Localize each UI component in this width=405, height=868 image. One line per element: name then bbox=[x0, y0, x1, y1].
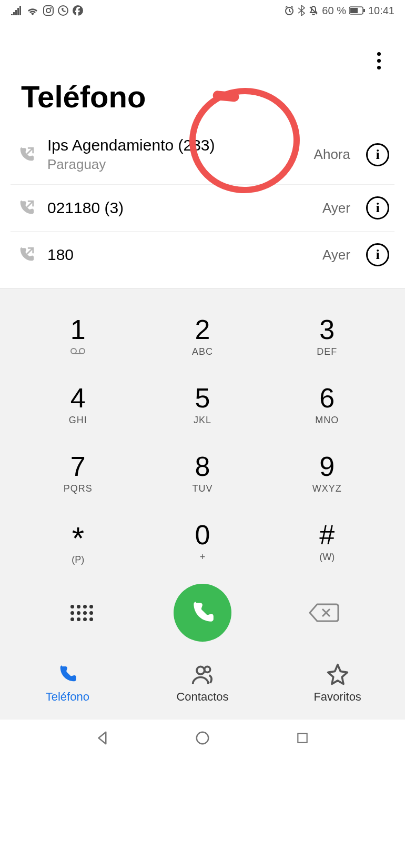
key-star[interactable]: * (P) bbox=[21, 510, 135, 573]
signal-icon bbox=[11, 6, 22, 15]
key-9[interactable]: 9 WXYZ bbox=[270, 442, 384, 505]
facebook-icon bbox=[73, 5, 83, 16]
key-2[interactable]: 2 ABC bbox=[146, 305, 260, 368]
dialpad: 1 2 ABC 3 DEF 4 GHI 5 JKL 6 MNO 7 PQRS bbox=[21, 305, 384, 573]
outgoing-call-icon bbox=[16, 246, 37, 264]
svg-rect-8 bbox=[363, 9, 365, 12]
svg-point-12 bbox=[197, 666, 205, 674]
more-options-button[interactable] bbox=[368, 47, 389, 74]
key-6[interactable]: 6 MNO bbox=[270, 373, 384, 436]
whatsapp-icon bbox=[58, 5, 68, 16]
dial-button[interactable] bbox=[174, 584, 231, 642]
tab-contacts[interactable]: Contactos bbox=[136, 663, 269, 704]
voicemail-icon bbox=[70, 347, 86, 357]
nav-recent-button[interactable] bbox=[292, 727, 313, 749]
backspace-button[interactable] bbox=[308, 602, 339, 623]
nav-home-button[interactable] bbox=[192, 727, 213, 749]
key-1[interactable]: 1 bbox=[21, 305, 135, 368]
call-log-item[interactable]: Ips Agendamiento (233) Paraguay Ahora i bbox=[11, 125, 394, 185]
call-info-button[interactable]: i bbox=[366, 143, 389, 166]
svg-point-13 bbox=[205, 666, 210, 672]
phone-icon bbox=[57, 663, 78, 686]
contacts-icon bbox=[191, 663, 214, 686]
tab-label: Favoritos bbox=[313, 690, 361, 704]
svg-rect-15 bbox=[298, 733, 307, 742]
svg-point-14 bbox=[197, 732, 209, 744]
call-name: 021180 (3) bbox=[47, 199, 312, 217]
mute-icon bbox=[308, 5, 319, 16]
tab-label: Teléfono bbox=[46, 690, 89, 704]
battery-percent: 60 % bbox=[322, 5, 346, 17]
svg-point-10 bbox=[79, 348, 85, 354]
key-8[interactable]: 8 TUV bbox=[146, 442, 260, 505]
alarm-icon bbox=[284, 5, 295, 16]
tab-phone[interactable]: Teléfono bbox=[1, 663, 134, 704]
status-bar: 60 % 10:41 bbox=[0, 0, 405, 21]
call-log-item[interactable]: 021180 (3) Ayer i bbox=[11, 185, 394, 232]
key-3[interactable]: 3 DEF bbox=[270, 305, 384, 368]
tab-label: Contactos bbox=[176, 690, 228, 704]
key-4[interactable]: 4 GHI bbox=[21, 373, 135, 436]
call-location: Paraguay bbox=[47, 156, 303, 173]
bottom-tabs: Teléfono Contactos Favoritos bbox=[0, 652, 405, 720]
call-name: Ips Agendamiento (233) bbox=[47, 136, 303, 154]
call-name: 180 bbox=[47, 246, 312, 264]
system-nav-bar bbox=[0, 720, 405, 756]
tab-favorites[interactable]: Favoritos bbox=[271, 663, 404, 704]
svg-point-9 bbox=[71, 348, 76, 354]
key-hash[interactable]: # (W) bbox=[270, 510, 384, 573]
svg-rect-0 bbox=[44, 6, 53, 15]
dialpad-section: 1 2 ABC 3 DEF 4 GHI 5 JKL 6 MNO 7 PQRS bbox=[0, 288, 405, 652]
call-time: Ayer bbox=[322, 247, 350, 263]
call-log: Ips Agendamiento (233) Paraguay Ahora i … bbox=[0, 125, 405, 278]
clock-time: 10:41 bbox=[368, 5, 394, 17]
dialpad-action-row bbox=[21, 578, 384, 647]
outgoing-call-icon bbox=[16, 146, 37, 164]
call-log-item[interactable]: 180 Ayer i bbox=[11, 232, 394, 278]
key-7[interactable]: 7 PQRS bbox=[21, 442, 135, 505]
key-0[interactable]: 0 + bbox=[146, 510, 260, 573]
outgoing-call-icon bbox=[16, 199, 37, 217]
nav-back-button[interactable] bbox=[92, 727, 113, 749]
star-icon bbox=[326, 663, 349, 686]
app-header: Teléfono bbox=[0, 21, 405, 125]
battery-icon bbox=[349, 6, 365, 15]
svg-point-1 bbox=[46, 8, 50, 13]
svg-rect-7 bbox=[350, 8, 358, 13]
instagram-icon bbox=[43, 5, 54, 16]
key-5[interactable]: 5 JKL bbox=[146, 373, 260, 436]
call-info-button[interactable]: i bbox=[366, 196, 389, 220]
call-info-button[interactable]: i bbox=[366, 243, 389, 266]
wifi-icon bbox=[26, 6, 39, 15]
call-time: Ahora bbox=[314, 146, 350, 163]
bluetooth-icon bbox=[298, 5, 305, 16]
svg-point-2 bbox=[50, 7, 52, 9]
call-time: Ayer bbox=[322, 200, 350, 216]
dialpad-toggle-button[interactable] bbox=[70, 605, 93, 621]
page-title: Teléfono bbox=[21, 79, 384, 114]
